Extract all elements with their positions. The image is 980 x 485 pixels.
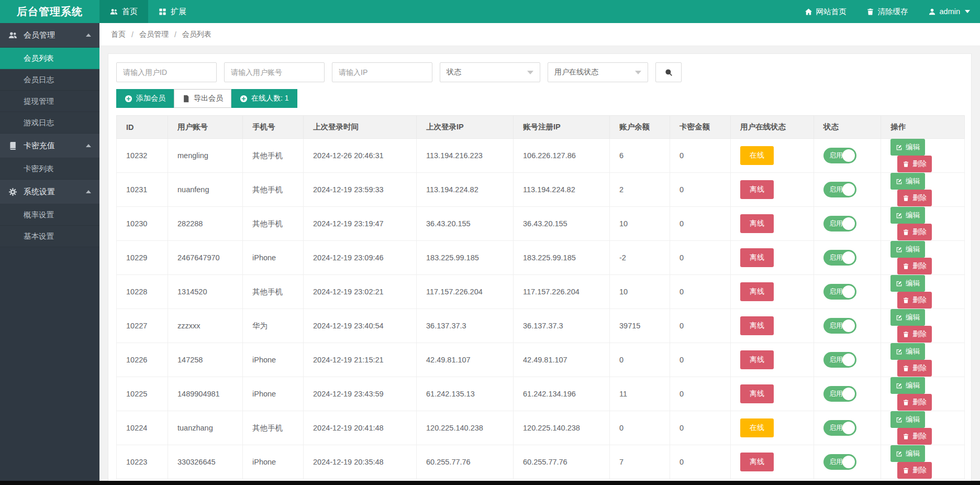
user-id-input[interactable] (116, 62, 217, 82)
enable-toggle[interactable]: 启用 (823, 454, 856, 470)
delete-button[interactable]: 删除 (897, 462, 932, 479)
breadcrumb-home[interactable]: 首页 (111, 30, 126, 39)
column-header: 卡密金额 (670, 116, 731, 139)
table-row: 102281314520其他手机2024-12-19 23:02:21117.1… (117, 275, 965, 309)
sidebar-item-basic-settings[interactable]: 基本设置 (0, 226, 99, 247)
sidebar-group-label: 系统设置 (24, 187, 55, 197)
delete-button[interactable]: 删除 (897, 190, 932, 206)
edit-button[interactable]: 编辑 (890, 411, 925, 428)
enable-toggle[interactable]: 启用 (823, 250, 856, 266)
breadcrumb-member-manage[interactable]: 会员管理 (139, 30, 169, 39)
cell-last-login-time: 2024-12-26 20:46:31 (304, 139, 417, 173)
enable-toggle-label: 启用 (829, 287, 843, 296)
sidebar-item-member-list[interactable]: 会员列表 (0, 48, 99, 69)
toggle-knob (842, 183, 855, 196)
cell-phone: 其他手机 (243, 173, 304, 207)
sidebar-group-member[interactable]: 会员管理 (0, 23, 99, 48)
enable-toggle[interactable]: 启用 (823, 284, 856, 300)
add-member-button[interactable]: 添加会员 (116, 89, 174, 108)
search-button[interactable] (655, 62, 682, 82)
cell-phone: iPhone (243, 241, 304, 275)
clear-cache-link[interactable]: 清除缓存 (856, 0, 918, 23)
tab-home[interactable]: 首页 (99, 0, 148, 23)
edit-icon (896, 348, 903, 355)
edit-icon (896, 280, 903, 287)
delete-button[interactable]: 删除 (897, 360, 932, 377)
edit-button-label: 编辑 (906, 211, 920, 220)
edit-button-label: 编辑 (906, 245, 920, 254)
delete-button-label: 删除 (912, 227, 927, 237)
delete-button[interactable]: 删除 (897, 428, 932, 445)
enable-toggle[interactable]: 启用 (823, 352, 856, 368)
enable-toggle[interactable]: 启用 (823, 420, 856, 436)
sidebar-item-withdraw[interactable]: 提现管理 (0, 91, 99, 112)
sidebar-item-label: 概率设置 (24, 210, 54, 220)
caret-up-icon (86, 190, 91, 193)
cell-last-login-time: 2024-12-19 23:02:21 (304, 275, 417, 309)
table-row: 10230282288其他手机2024-12-19 23:19:4736.43.… (117, 207, 965, 241)
online-status-badge: 离线 (740, 214, 774, 233)
enable-toggle[interactable]: 启用 (823, 182, 856, 197)
export-member-label: 导出会员 (194, 94, 223, 103)
site-home-link[interactable]: 网站首页 (795, 0, 856, 23)
enable-toggle[interactable]: 启用 (823, 216, 856, 232)
edit-button[interactable]: 编辑 (890, 445, 925, 462)
cell-reg-ip: 42.49.81.107 (514, 343, 610, 377)
trash-icon (903, 229, 909, 236)
table-row: 10226147258iPhone2024-12-19 21:15:2142.4… (117, 343, 965, 377)
delete-button[interactable]: 删除 (897, 326, 932, 343)
cell-status: 启用 (814, 207, 881, 241)
toggle-knob (842, 149, 855, 162)
delete-button[interactable]: 删除 (897, 258, 932, 274)
cell-account: mengling (168, 139, 243, 173)
online-count-button[interactable]: 在线人数: 1 (231, 89, 297, 108)
enable-toggle[interactable]: 启用 (823, 386, 856, 402)
user-account-input[interactable] (224, 62, 325, 82)
status-select[interactable]: 状态 (440, 62, 540, 82)
delete-button[interactable]: 删除 (897, 394, 932, 411)
edit-button[interactable]: 编辑 (890, 343, 925, 360)
sidebar-item-game-log[interactable]: 游戏日志 (0, 112, 99, 134)
cell-phone: iPhone (243, 343, 304, 377)
edit-button[interactable]: 编辑 (890, 377, 925, 394)
edit-button-label: 编辑 (906, 313, 920, 322)
sidebar-item-card-list[interactable]: 卡密列表 (0, 158, 99, 180)
column-header: 账号注册IP (514, 116, 610, 139)
edit-button-label: 编辑 (906, 449, 920, 458)
sidebar-item-member-log[interactable]: 会员日志 (0, 69, 99, 91)
edit-button[interactable]: 编辑 (890, 173, 925, 190)
edit-button[interactable]: 编辑 (890, 139, 925, 156)
edit-button[interactable]: 编辑 (890, 241, 925, 258)
online-status-select-value: 用户在线状态 (554, 68, 598, 77)
export-member-button[interactable]: 导出会员 (174, 89, 231, 108)
gear-icon (8, 188, 17, 196)
delete-button[interactable]: 删除 (897, 292, 932, 308)
tab-extension[interactable]: 扩展 (148, 0, 197, 23)
puzzle-icon (159, 8, 166, 16)
cell-online-status: 离线 (731, 377, 814, 411)
sidebar-group-settings[interactable]: 系统设置 (0, 180, 99, 204)
breadcrumb-separator: / (131, 30, 133, 39)
sidebar-item-probability[interactable]: 概率设置 (0, 204, 99, 226)
caret-down-icon (527, 71, 533, 74)
online-status-select[interactable]: 用户在线状态 (548, 62, 648, 82)
ip-input[interactable] (332, 62, 432, 82)
cell-last-login-ip: 120.225.140.238 (417, 411, 514, 445)
trash-icon (866, 8, 874, 16)
cell-online-status: 离线 (731, 309, 814, 343)
edit-button[interactable]: 编辑 (890, 275, 925, 292)
delete-button[interactable]: 删除 (897, 224, 932, 240)
edit-icon (896, 178, 903, 185)
cell-actions: 编辑删除 (881, 377, 965, 411)
cell-last-login-time: 2024-12-19 23:43:59 (304, 377, 417, 411)
enable-toggle[interactable]: 启用 (823, 148, 856, 163)
delete-button[interactable]: 删除 (897, 156, 932, 172)
enable-toggle[interactable]: 启用 (823, 318, 856, 334)
edit-button[interactable]: 编辑 (890, 309, 925, 326)
edit-button[interactable]: 编辑 (890, 207, 925, 224)
sidebar-group-card[interactable]: 卡密充值 (0, 134, 99, 158)
admin-menu[interactable]: admin (918, 0, 980, 23)
cell-id: 10229 (117, 241, 168, 275)
breadcrumb-member-list[interactable]: 会员列表 (182, 30, 211, 39)
column-header: 账户余额 (610, 116, 670, 139)
